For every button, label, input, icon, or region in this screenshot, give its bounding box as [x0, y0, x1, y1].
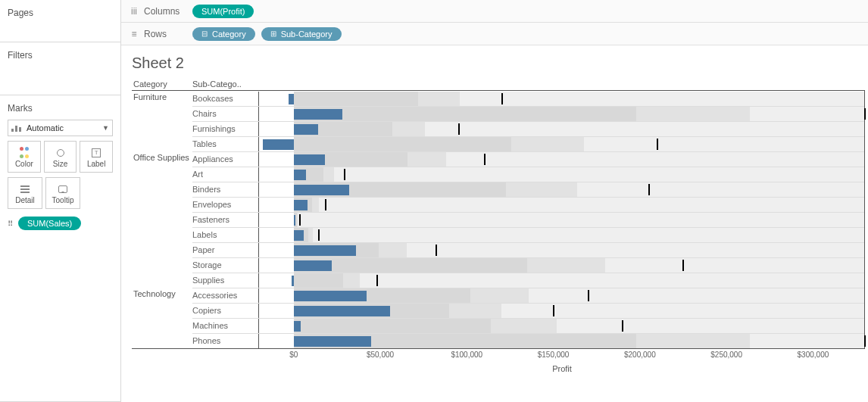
axis-tick: $0 — [289, 351, 298, 359]
bar-cell — [259, 122, 864, 136]
sub-category-label: Storage — [192, 258, 259, 273]
sub-category-row[interactable]: Art — [192, 167, 864, 182]
bar-cell — [259, 258, 864, 273]
bar-cell — [259, 334, 864, 348]
sheet-view: Sheet 2 Category Sub-Catego.. FurnitureB… — [121, 45, 868, 402]
size-icon — [57, 149, 64, 157]
sub-category-row[interactable]: Labels — [192, 227, 864, 242]
marks-detail-button[interactable]: Detail — [8, 177, 42, 209]
sub-category-row[interactable]: Copiers — [192, 303, 864, 318]
color-icon — [20, 146, 29, 160]
profit-bar — [294, 260, 332, 271]
chevron-down-icon: ▼ — [102, 124, 109, 132]
sub-category-row[interactable]: Paper — [192, 242, 864, 257]
category-group: FurnitureBookcasesChairsFurnishingsTable… — [132, 91, 864, 151]
axis-tick: $300,000 — [798, 351, 829, 359]
sub-category-label: Chairs — [192, 107, 259, 121]
marks-size-button[interactable]: Size — [44, 141, 77, 173]
category-label: Technology — [132, 288, 192, 348]
sales-target-tick — [376, 275, 378, 286]
detail-pill-sum-sales[interactable]: SUM(Sales) — [18, 217, 81, 230]
sub-category-row[interactable]: Appliances — [192, 151, 864, 167]
sub-category-row[interactable]: Bookcases — [192, 91, 864, 106]
profit-bar — [294, 336, 372, 347]
category-label: Furniture — [132, 91, 192, 151]
sales-target-tick — [436, 245, 437, 256]
sub-category-row[interactable]: Chairs — [192, 106, 864, 121]
profit-bar — [294, 245, 356, 256]
sales-target-tick — [682, 260, 684, 271]
profit-bar — [289, 94, 294, 104]
marks-type-select[interactable]: Automatic ▼ — [8, 120, 113, 136]
sub-category-row[interactable]: Envelopes — [192, 197, 864, 212]
left-sidebar: Pages Filters Marks Automatic ▼ Color Si… — [0, 0, 121, 402]
rows-pill-category[interactable]: ⊟Category — [192, 27, 255, 41]
bar-cell — [259, 228, 864, 242]
sub-category-label: Tables — [192, 137, 259, 151]
columns-pill-sum-profit[interactable]: SUM(Profit) — [192, 5, 254, 18]
sub-category-row[interactable]: Phones — [192, 333, 864, 348]
profit-bar — [294, 124, 318, 135]
bar-chart-icon — [11, 124, 22, 132]
marks-card: Marks Automatic ▼ Color Size T Label — [0, 95, 120, 402]
profit-bar — [294, 154, 325, 165]
rows-shelf[interactable]: ≡Rows ⊟Category ⊞Sub-Category — [121, 23, 868, 45]
profit-bar — [294, 200, 308, 210]
sub-category-label: Labels — [192, 228, 259, 242]
bar-cell — [259, 304, 864, 318]
pages-label: Pages — [8, 5, 113, 24]
category-group: TechnologyAccessoriesCopiersMachinesPhon… — [132, 288, 864, 348]
bar-cell — [259, 198, 864, 212]
reference-band-rest — [294, 273, 864, 288]
sub-category-row[interactable]: Binders — [192, 182, 864, 197]
bar-cell — [259, 243, 864, 257]
reference-band-60 — [294, 92, 418, 106]
sub-category-label: Bookcases — [192, 92, 259, 106]
category-group: Office SuppliesAppliancesArtBindersEnvel… — [132, 151, 864, 288]
detail-icon: ⠿ — [8, 220, 14, 228]
marks-color-button[interactable]: Color — [8, 141, 41, 173]
bar-cell — [259, 167, 864, 182]
rows-pill-sub-category[interactable]: ⊞Sub-Category — [261, 27, 342, 41]
columns-icon: iii — [129, 6, 139, 17]
sub-category-row[interactable]: Tables — [192, 136, 864, 151]
filters-shelf[interactable]: Filters — [0, 42, 120, 95]
sales-target-tick — [344, 169, 345, 180]
columns-shelf-label: iiiColumns — [129, 6, 182, 17]
sub-category-row[interactable]: Machines — [192, 318, 864, 333]
reference-band-rest — [294, 198, 864, 212]
sub-category-row[interactable]: Furnishings — [192, 121, 864, 136]
sales-target-tick — [622, 320, 623, 332]
profit-bar — [292, 276, 293, 286]
sub-category-label: Envelopes — [192, 198, 259, 212]
profit-bar — [294, 170, 306, 180]
sheet-title[interactable]: Sheet 2 — [132, 55, 865, 72]
sales-target-tick — [318, 229, 320, 241]
axis-tick: $50,000 — [367, 351, 394, 359]
marks-label-button[interactable]: T Label — [80, 141, 113, 173]
profit-bar — [294, 321, 301, 332]
subcategory-header: Sub-Catego.. — [192, 79, 259, 89]
sales-target-tick — [299, 214, 301, 226]
marks-tooltip-button[interactable]: Tooltip — [45, 177, 80, 209]
reference-band-rest — [294, 167, 864, 182]
bar-cell — [259, 288, 864, 303]
reference-band-60 — [294, 273, 344, 288]
profit-bar — [294, 185, 349, 195]
sub-category-row[interactable]: Storage — [192, 257, 864, 273]
reference-band-60 — [294, 137, 512, 151]
sub-category-label: Accessories — [192, 288, 259, 303]
sub-category-label: Supplies — [192, 273, 259, 288]
sub-category-label: Phones — [192, 334, 259, 348]
pages-shelf[interactable]: Pages — [0, 0, 120, 42]
bar-cell — [259, 92, 864, 106]
profit-bar — [294, 291, 367, 301]
sub-category-row[interactable]: Accessories — [192, 288, 864, 303]
sub-category-row[interactable]: Supplies — [192, 273, 864, 288]
reference-band-rest — [294, 213, 864, 227]
sales-target-tick — [501, 93, 503, 104]
columns-shelf[interactable]: iiiColumns SUM(Profit) — [121, 0, 868, 23]
sub-category-row[interactable]: Fasteners — [192, 212, 864, 227]
profit-bar — [294, 215, 295, 226]
bar-cell — [259, 319, 864, 333]
